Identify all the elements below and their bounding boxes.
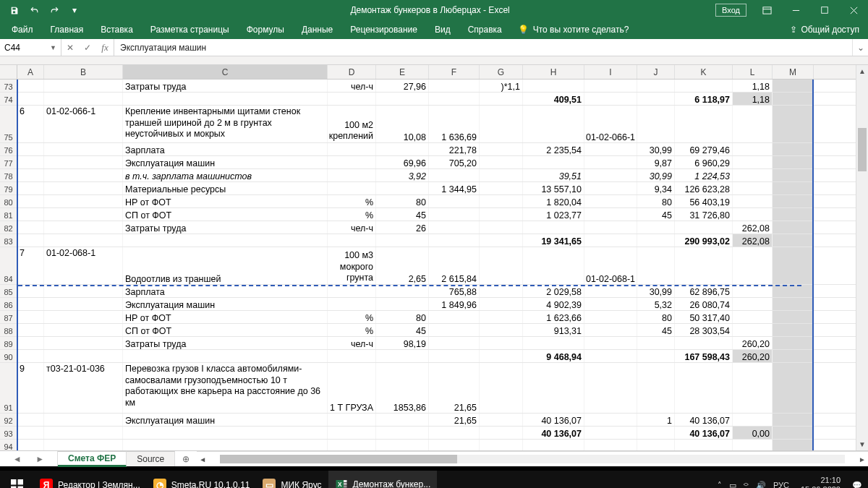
save-icon[interactable] — [6, 2, 22, 18]
column-header[interactable]: M — [773, 65, 814, 79]
cell[interactable]: 1 623,66 — [523, 311, 584, 323]
cell[interactable]: 40 136,07 — [675, 414, 733, 426]
cell[interactable] — [637, 80, 675, 92]
cell[interactable] — [637, 106, 675, 142]
cell[interactable] — [733, 311, 773, 323]
cell[interactable] — [429, 440, 480, 450]
cell[interactable] — [44, 208, 123, 221]
cell[interactable] — [480, 208, 523, 221]
cell[interactable] — [523, 221, 584, 234]
column-header[interactable]: I — [584, 65, 637, 79]
cell[interactable] — [480, 350, 523, 362]
cell[interactable] — [584, 427, 637, 439]
tab-formulas[interactable]: Формулы — [238, 20, 293, 39]
cell[interactable] — [480, 298, 523, 310]
cell[interactable]: 40 136,07 — [675, 427, 733, 439]
cell[interactable] — [773, 80, 814, 92]
row-header[interactable]: 77 — [0, 156, 17, 168]
cell[interactable] — [637, 363, 675, 413]
cell[interactable]: 45 — [637, 324, 675, 336]
cell[interactable] — [523, 337, 584, 349]
row-header[interactable]: 74 — [0, 93, 17, 105]
cell[interactable] — [773, 156, 814, 168]
cell[interactable] — [733, 247, 773, 284]
taskbar-app[interactable]: ▭МИК Ярус — [256, 471, 328, 488]
cell[interactable] — [376, 298, 429, 310]
cell[interactable] — [376, 350, 429, 362]
cell[interactable] — [773, 208, 814, 221]
cell[interactable] — [523, 440, 584, 450]
row-header[interactable]: 87 — [0, 311, 17, 323]
cell[interactable] — [773, 106, 814, 142]
vertical-scrollbar[interactable]: ▲ ▼ — [856, 65, 868, 450]
row-header[interactable]: 89 — [0, 337, 17, 349]
cell[interactable] — [17, 80, 44, 92]
cell[interactable]: 1 Т ГРУЗА — [328, 363, 376, 413]
cell[interactable] — [480, 285, 523, 297]
cell[interactable]: Зарплата — [123, 143, 328, 155]
row-header[interactable]: 93 — [0, 427, 17, 439]
next-sheet-icon[interactable]: ► — [35, 454, 44, 464]
cell[interactable]: Зарплата — [123, 285, 328, 297]
cell[interactable]: 98,19 — [376, 337, 429, 349]
tab-view[interactable]: Вид — [426, 20, 459, 39]
row-header[interactable]: 81 — [0, 208, 17, 221]
cell[interactable] — [773, 182, 814, 194]
row-header[interactable]: 94 — [0, 440, 17, 450]
cell[interactable] — [733, 285, 773, 297]
cell[interactable]: 62 896,75 — [675, 285, 733, 297]
cell[interactable] — [584, 440, 637, 450]
cell[interactable]: Эксплуатация машин — [123, 156, 328, 168]
cell[interactable] — [584, 298, 637, 310]
cell[interactable] — [480, 337, 523, 349]
row-header[interactable]: 80 — [0, 195, 17, 207]
maximize-icon[interactable] — [810, 0, 839, 20]
cell[interactable] — [675, 337, 733, 349]
undo-icon[interactable] — [26, 2, 42, 18]
row-header[interactable]: 78 — [0, 169, 17, 181]
cell[interactable] — [584, 311, 637, 323]
new-sheet-button[interactable]: ⊕ — [175, 451, 197, 466]
cell[interactable]: 0,00 — [733, 427, 773, 439]
cell[interactable]: Крепление инвентарными щитами стенок тра… — [123, 106, 328, 142]
cell[interactable] — [480, 427, 523, 439]
column-header[interactable]: C — [123, 65, 328, 79]
cell[interactable]: 10,08 — [376, 106, 429, 142]
sheet-tab-source[interactable]: Source — [127, 451, 175, 466]
cell[interactable] — [773, 427, 814, 439]
cell[interactable] — [773, 440, 814, 450]
column-header[interactable]: L — [733, 65, 773, 79]
cell[interactable] — [773, 311, 814, 323]
taskbar-app[interactable]: ЯРедактор | Землян... — [33, 471, 147, 488]
cell[interactable]: 1 344,95 — [429, 182, 480, 194]
cell[interactable] — [17, 143, 44, 155]
row-header[interactable]: 75 — [0, 106, 17, 142]
accept-formula-icon[interactable]: ✓ — [79, 43, 96, 53]
sign-in-button[interactable]: Вход — [715, 4, 746, 17]
cell[interactable] — [637, 427, 675, 439]
cell[interactable] — [733, 363, 773, 413]
cell[interactable]: 262,08 — [733, 234, 773, 247]
cell[interactable]: 45 — [376, 324, 429, 336]
cell[interactable]: 30,99 — [637, 285, 675, 297]
cell[interactable] — [584, 285, 637, 297]
cell[interactable] — [328, 285, 376, 297]
cell[interactable]: Перевозка грузов I класса автомобилями-с… — [123, 363, 328, 413]
cell[interactable] — [584, 143, 637, 155]
cell[interactable] — [44, 298, 123, 310]
cell[interactable] — [584, 169, 637, 181]
cell[interactable] — [773, 337, 814, 349]
cell[interactable] — [480, 106, 523, 142]
cell[interactable] — [44, 440, 123, 450]
cell[interactable]: 26 — [376, 221, 429, 234]
column-header[interactable]: E — [376, 65, 429, 79]
cell[interactable]: 39,51 — [523, 169, 584, 181]
cell[interactable] — [429, 169, 480, 181]
cell[interactable] — [328, 298, 376, 310]
cell[interactable]: Материальные ресурсы — [123, 182, 328, 194]
cell[interactable]: Водоотлив из траншей — [123, 247, 328, 284]
cell[interactable] — [44, 311, 123, 323]
cell[interactable]: 9,87 — [637, 156, 675, 168]
cell[interactable] — [773, 324, 814, 336]
cell[interactable]: 30,99 — [637, 143, 675, 155]
